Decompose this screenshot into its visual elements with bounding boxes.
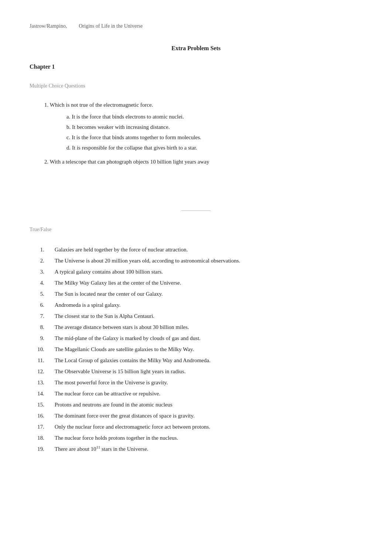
tf-number: 2. <box>30 255 52 266</box>
tf-row: 9. The mid-plane of the Galaxy is marked… <box>30 333 362 344</box>
tf-row: 6. Andromeda is a spiral galaxy. <box>30 299 362 310</box>
tf-row: 3. A typical galaxy contains about 100 b… <box>30 266 362 277</box>
tf-number: 13. <box>30 377 52 388</box>
tf-row: 14. The nuclear force can be attractive … <box>30 388 362 399</box>
tf-heading: True/False <box>30 226 362 234</box>
tf-number: 1. <box>30 244 52 255</box>
tf-row: 8. The average distance between stars is… <box>30 322 362 333</box>
tf-row-19: 19. There are about 1011 stars in the Un… <box>30 443 362 454</box>
tf-text: A typical galaxy contains about 100 bill… <box>52 266 362 277</box>
tf-row: 16. The dominant force over the great di… <box>30 410 362 421</box>
tf-row: 1. Galaxies are held together by the for… <box>30 244 362 255</box>
mc-option-a: a. It is the force that binds electrons … <box>66 112 362 121</box>
tf-text: The Universe is about 20 million years o… <box>52 255 362 266</box>
tf-text-19: There are about 1011 stars in the Univer… <box>52 443 362 454</box>
tf-text: The average distance between stars is ab… <box>52 322 362 333</box>
tf-number: 16. <box>30 410 52 421</box>
tf-row: 5. The Sun is located near the center of… <box>30 288 362 299</box>
main-title: Extra Problem Sets <box>30 44 362 53</box>
tf-number: 9. <box>30 333 52 344</box>
tf-row: 15. Protons and neutrons are found in th… <box>30 399 362 410</box>
section-divider <box>181 210 211 211</box>
header: Jastrow/Rampino, Origins of Life in the … <box>30 22 362 30</box>
header-title: Origins of Life in the Universe <box>79 22 143 30</box>
mc-question-2: 2. With a telescope that can photograph … <box>44 157 362 166</box>
tf-text: Galaxies are held together by the force … <box>52 244 362 255</box>
tf-text: Andromeda is a spiral galaxy. <box>52 299 362 310</box>
tf-number: 14. <box>30 388 52 399</box>
tf-number: 5. <box>30 288 52 299</box>
tf-number: 17. <box>30 421 52 432</box>
tf-section: True/False 1. Galaxies are held together… <box>30 226 362 454</box>
chapter-heading: Chapter 1 <box>30 62 362 72</box>
tf-text: The nuclear force holds protons together… <box>52 432 362 443</box>
tf-row: 11. The Local Group of galaxies contains… <box>30 355 362 366</box>
tf-text: The mid-plane of the Galaxy is marked by… <box>52 333 362 344</box>
mc-option-d: d. It is responsible for the collapse th… <box>66 143 362 152</box>
tf-text: The dominant force over the great distan… <box>52 410 362 421</box>
tf-text: The most powerful force in the Universe … <box>52 377 362 388</box>
tf-text: The closest star to the Sun is Alpha Cen… <box>52 310 362 322</box>
tf-number: 3. <box>30 266 52 277</box>
tf-text: The Local Group of galaxies contains the… <box>52 355 362 366</box>
tf-table: 1. Galaxies are held together by the for… <box>30 244 362 454</box>
tf-text: The Magellanic Clouds are satellite gala… <box>52 344 362 355</box>
tf-number: 19. <box>30 443 52 454</box>
tf-row: 10. The Magellanic Clouds are satellite … <box>30 344 362 355</box>
mc-question-1: 1. Which is not true of the electromagne… <box>44 100 362 152</box>
tf-number: 7. <box>30 310 52 322</box>
tf-number: 4. <box>30 277 52 288</box>
multiple-choice-section: Multiple Choice Questions 1. Which is no… <box>30 82 362 166</box>
mc-heading: Multiple Choice Questions <box>30 82 362 90</box>
tf-row: 4. The Milky Way Galaxy lies at the cent… <box>30 277 362 288</box>
tf-number: 10. <box>30 344 52 355</box>
tf-row: 18. The nuclear force holds protons toge… <box>30 432 362 443</box>
tf-text: The Observable Universe is 15 billion li… <box>52 366 362 377</box>
tf-text: The Milky Way Galaxy lies at the center … <box>52 277 362 288</box>
tf-text: The nuclear force can be attractive or r… <box>52 388 362 399</box>
tf-number: 11. <box>30 355 52 366</box>
mc-option-c: c. It is the force that binds atoms toge… <box>66 133 362 142</box>
header-authors: Jastrow/Rampino, <box>30 22 67 30</box>
tf-row: 7. The closest star to the Sun is Alpha … <box>30 310 362 322</box>
mc-question-1-text: 1. Which is not true of the electromagne… <box>44 100 362 109</box>
tf-number: 8. <box>30 322 52 333</box>
mc-options-1: a. It is the force that binds electrons … <box>66 112 362 152</box>
tf-number: 15. <box>30 399 52 410</box>
mc-option-b: b. It becomes weaker with increasing dis… <box>66 123 362 131</box>
tf-row: 2. The Universe is about 20 million year… <box>30 255 362 266</box>
tf-row: 12. The Observable Universe is 15 billio… <box>30 366 362 377</box>
tf-text: The Sun is located near the center of ou… <box>52 288 362 299</box>
tf-number: 12. <box>30 366 52 377</box>
tf-text: Only the nuclear force and electromagnet… <box>52 421 362 432</box>
tf-row: 17. Only the nuclear force and electroma… <box>30 421 362 432</box>
tf-row: 13. The most powerful force in the Unive… <box>30 377 362 388</box>
superscript-11: 11 <box>96 445 100 449</box>
tf-number: 6. <box>30 299 52 310</box>
tf-text: Protons and neutrons are found in the at… <box>52 399 362 410</box>
tf-number: 18. <box>30 432 52 443</box>
